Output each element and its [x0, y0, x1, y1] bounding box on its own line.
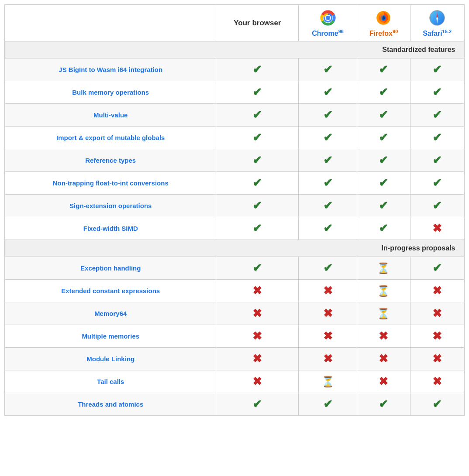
- your-browser-cell: ✖: [216, 302, 299, 325]
- chrome-name: Chrome96: [312, 30, 344, 37]
- hourglass-icon: ⏳: [321, 376, 335, 387]
- check-icon: ✔: [252, 176, 262, 189]
- safari-cell: ✖: [410, 302, 464, 325]
- safari-cell: ✔: [410, 195, 464, 217]
- table-row: Non-trapping float-to-int conversions ✔ …: [5, 172, 464, 195]
- check-icon: ✔: [432, 154, 442, 167]
- check-icon: ✔: [252, 397, 262, 411]
- check-icon: ✔: [379, 154, 388, 167]
- feature-label: Multiple memories: [82, 332, 139, 340]
- feature-label: Multi-value: [93, 111, 128, 119]
- safari-cell: ✖: [410, 348, 464, 370]
- check-icon: ✔: [252, 261, 262, 274]
- feature-label: Tail calls: [97, 378, 124, 385]
- feature-label: Fixed-width SIMD: [83, 225, 138, 232]
- your-browser-cell: ✔: [216, 81, 299, 104]
- check-icon: ✔: [323, 199, 333, 212]
- table-row: Fixed-width SIMD ✔ ✔ ✔ ✖: [5, 217, 464, 240]
- firefox-cell: ⏳: [357, 280, 410, 302]
- table-row: Bulk memory operations ✔ ✔ ✔ ✔: [5, 81, 464, 104]
- firefox-cell: ✖: [357, 370, 410, 393]
- table-body: Standardized features JS BigInt to Wasm …: [5, 41, 464, 416]
- chrome-cell: ✔: [299, 104, 357, 127]
- chrome-cell: ✔: [299, 195, 357, 217]
- cross-icon: ✖: [379, 352, 388, 365]
- your-browser-cell: ✖: [216, 370, 299, 393]
- feature-label: Non-trapping float-to-int conversions: [53, 179, 169, 187]
- firefox-cell: ⏳: [357, 257, 410, 280]
- feature-label: Bulk memory operations: [72, 89, 149, 96]
- section-header-0: Standardized features: [5, 41, 464, 58]
- check-icon: ✔: [379, 397, 388, 411]
- cross-icon: ✖: [323, 329, 333, 342]
- feature-label-cell: Sign-extension operations: [5, 195, 216, 217]
- safari-name: Safari15.2: [423, 30, 452, 37]
- cross-icon: ✖: [252, 307, 262, 320]
- cross-icon: ✖: [252, 352, 262, 365]
- chrome-cell: ✔: [299, 127, 357, 149]
- your-browser-cell: ✖: [216, 280, 299, 302]
- cross-icon: ✖: [432, 329, 442, 342]
- firefox-header: Firefox90: [357, 5, 410, 41]
- check-icon: ✔: [323, 397, 333, 411]
- cross-icon: ✖: [432, 222, 442, 235]
- feature-label: Memory64: [94, 310, 127, 317]
- check-icon: ✔: [432, 131, 442, 144]
- check-icon: ✔: [252, 154, 262, 167]
- feature-label: Exception handling: [80, 264, 141, 272]
- check-icon: ✔: [252, 199, 262, 212]
- chrome-cell: ⏳: [299, 370, 357, 393]
- check-icon: ✔: [432, 261, 442, 274]
- chrome-cell: ✔: [299, 58, 357, 81]
- firefox-cell: ✔: [357, 393, 410, 416]
- firefox-cell: ✔: [357, 104, 410, 127]
- compatibility-table-container: Your browser: [4, 4, 465, 416]
- firefox-name: Firefox90: [369, 30, 398, 37]
- check-icon: ✔: [379, 222, 388, 235]
- feature-label: Import & export of mutable globals: [56, 134, 165, 141]
- table-row: Multiple memories ✖ ✖ ✖ ✖: [5, 325, 464, 348]
- check-icon: ✔: [252, 86, 262, 99]
- safari-cell: ✔: [410, 172, 464, 195]
- cross-icon: ✖: [252, 375, 262, 388]
- chrome-header: Chrome96: [299, 5, 357, 41]
- your-browser-cell: ✔: [216, 257, 299, 280]
- cross-icon: ✖: [252, 329, 262, 342]
- firefox-cell: ⏳: [357, 302, 410, 325]
- chrome-cell: ✔: [299, 149, 357, 172]
- safari-cell: ✔: [410, 58, 464, 81]
- cross-icon: ✖: [252, 284, 262, 297]
- check-icon: ✔: [379, 63, 388, 76]
- check-icon: ✔: [379, 108, 388, 121]
- cross-icon: ✖: [323, 307, 333, 320]
- feature-label-cell: Import & export of mutable globals: [5, 127, 216, 149]
- your-browser-header: Your browser: [216, 5, 299, 41]
- section-title: In-progress proposals: [5, 240, 464, 257]
- cross-icon: ✖: [432, 307, 442, 320]
- feature-label-cell: Bulk memory operations: [5, 81, 216, 104]
- your-browser-cell: ✔: [216, 149, 299, 172]
- table-row: Multi-value ✔ ✔ ✔ ✔: [5, 104, 464, 127]
- feature-label: Extended constant expressions: [61, 287, 160, 295]
- table-row: Module Linking ✖ ✖ ✖ ✖: [5, 348, 464, 370]
- section-title: Standardized features: [5, 41, 464, 58]
- feature-label: JS BigInt to Wasm i64 integration: [59, 66, 162, 73]
- your-browser-cell: ✔: [216, 58, 299, 81]
- your-browser-cell: ✔: [216, 195, 299, 217]
- check-icon: ✔: [323, 108, 333, 121]
- your-browser-cell: ✔: [216, 127, 299, 149]
- your-browser-cell: ✖: [216, 348, 299, 370]
- check-icon: ✔: [432, 199, 442, 212]
- feature-label-cell: Exception handling: [5, 257, 216, 280]
- your-browser-cell: ✔: [216, 104, 299, 127]
- chrome-icon: [319, 9, 337, 27]
- check-icon: ✔: [323, 154, 333, 167]
- check-icon: ✔: [432, 86, 442, 99]
- table-row: Exception handling ✔ ✔ ⏳ ✔: [5, 257, 464, 280]
- feature-label: Reference types: [85, 157, 136, 164]
- safari-cell: ✔: [410, 127, 464, 149]
- feature-label-cell: Multiple memories: [5, 325, 216, 348]
- cross-icon: ✖: [432, 352, 442, 365]
- feature-label-cell: Multi-value: [5, 104, 216, 127]
- hourglass-icon: ⏳: [377, 308, 390, 319]
